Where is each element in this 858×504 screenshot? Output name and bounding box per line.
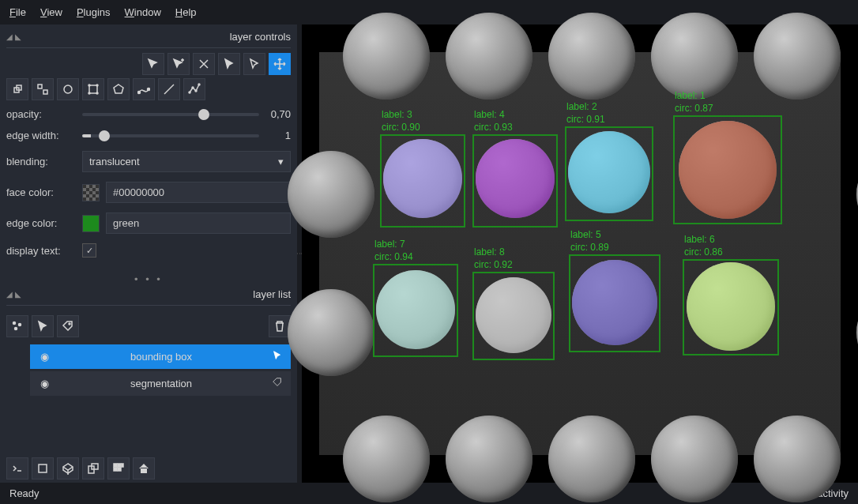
bbox-label: label: 6circ: 0.86 (684, 234, 723, 258)
layer-name: bounding box (58, 351, 264, 363)
background-coin (343, 13, 430, 100)
blending-label: blending: (6, 156, 76, 167)
layer-item-segmentation[interactable]: ◉ segmentation (30, 371, 291, 396)
pan-zoom-tool[interactable] (269, 53, 291, 75)
edge-width-value: 1 (265, 130, 291, 141)
bbox-label: label: 7circ: 0.94 (374, 239, 413, 263)
svg-rect-25 (122, 464, 123, 467)
bounding-box[interactable]: label: 5circ: 0.89 (569, 254, 660, 352)
edge-color-swatch[interactable] (82, 215, 100, 232)
svg-point-14 (195, 90, 197, 92)
svg-point-16 (13, 322, 16, 325)
add-path-tool[interactable] (133, 78, 155, 100)
dock-handle-icon[interactable]: ◢ ◣ (6, 290, 21, 299)
menubar: File View Plugins Window Help (0, 0, 858, 24)
background-coin (288, 151, 374, 238)
bounding-box[interactable]: label: 8circ: 0.92 (472, 272, 555, 360)
layer-item-bounding-box[interactable]: ◉ bounding box (30, 344, 291, 369)
background-coin (446, 13, 532, 100)
background-coin (548, 13, 635, 100)
add-line-tool[interactable] (158, 78, 180, 100)
display-text-checkbox[interactable]: ✓ (82, 243, 96, 258)
add-ellipse-tool[interactable] (57, 78, 79, 100)
grid-button[interactable] (107, 457, 130, 480)
edge-width-slider[interactable] (82, 134, 259, 137)
canvas-viewer[interactable]: label: 3circ: 0.90label: 4circ: 0.93labe… (302, 24, 858, 483)
add-polyline-tool[interactable] (183, 78, 205, 100)
menu-plugins[interactable]: Plugins (77, 6, 111, 18)
bounding-box[interactable]: label: 1circ: 0.87 (673, 115, 782, 224)
delete-shape-tool[interactable] (193, 53, 215, 75)
new-points-layer-button[interactable] (6, 315, 28, 337)
layer-list-title: layer list (253, 288, 291, 300)
shape-mode-toolbar (6, 53, 291, 75)
shapes-layer-icon (272, 350, 283, 363)
background-coin (754, 13, 841, 100)
image-canvas: label: 3circ: 0.90label: 4circ: 0.93labe… (319, 52, 841, 455)
console-button[interactable] (6, 457, 28, 480)
display-text-label: display text: (6, 245, 76, 257)
direct-select-tool[interactable] (243, 53, 265, 75)
bounding-box[interactable]: label: 4circ: 0.93 (472, 134, 558, 228)
add-rectangle-tool[interactable] (6, 78, 28, 100)
visibility-toggle-icon[interactable]: ◉ (38, 351, 51, 363)
svg-point-18 (15, 328, 17, 330)
svg-point-19 (69, 323, 70, 325)
edge-color-input[interactable]: green (106, 213, 291, 234)
transpose-button[interactable] (82, 457, 104, 480)
dock-handle-icon[interactable]: ◢ ◣ (6, 32, 21, 41)
more-controls-icon[interactable]: • • • (6, 273, 291, 285)
add-vertex-tool[interactable] (167, 53, 190, 75)
select-tool[interactable] (218, 53, 240, 75)
new-labels-layer-button[interactable] (57, 315, 79, 337)
svg-rect-2 (38, 85, 42, 88)
svg-point-13 (192, 87, 194, 88)
visibility-toggle-icon[interactable]: ◉ (38, 378, 51, 389)
blending-select[interactable]: translucent ▾ (82, 151, 291, 172)
face-color-input[interactable]: #00000000 (106, 182, 291, 203)
ndisplay-button[interactable] (32, 457, 54, 480)
layer-toolbar (6, 315, 291, 337)
menu-file[interactable]: File (9, 6, 26, 18)
opacity-slider[interactable] (82, 113, 259, 116)
bbox-label: label: 2circ: 0.91 (566, 101, 605, 126)
menu-window[interactable]: Window (125, 6, 161, 18)
svg-point-11 (148, 88, 150, 91)
background-coin (288, 289, 374, 376)
bbox-label: label: 8circ: 0.92 (474, 246, 513, 271)
svg-rect-26 (114, 468, 117, 471)
svg-point-6 (88, 85, 90, 86)
svg-point-17 (19, 324, 21, 326)
svg-point-9 (96, 92, 98, 94)
bounding-box[interactable]: label: 6circ: 0.86 (683, 259, 779, 355)
new-shapes-layer-button[interactable] (32, 315, 54, 337)
roll-dims-button[interactable] (57, 457, 79, 480)
opacity-value: 0,70 (265, 108, 291, 120)
background-coin (754, 416, 841, 502)
menu-view[interactable]: View (40, 6, 62, 18)
edge-color-label: edge color: (6, 217, 76, 229)
add-polygon-rect-tool[interactable] (82, 78, 104, 100)
menu-help[interactable]: Help (175, 6, 197, 18)
bounding-box[interactable]: label: 7circ: 0.94 (373, 264, 458, 357)
svg-rect-23 (114, 464, 117, 467)
layer-name: segmentation (58, 378, 264, 389)
layer-controls-header: ◢ ◣ layer controls (6, 29, 291, 48)
svg-rect-27 (118, 468, 121, 471)
bounding-box[interactable]: label: 3circ: 0.90 (380, 134, 465, 228)
svg-point-12 (189, 92, 190, 93)
background-coin (548, 416, 635, 502)
svg-point-4 (64, 85, 72, 93)
face-color-label: face color: (6, 186, 76, 198)
home-button[interactable] (133, 457, 155, 480)
svg-point-8 (88, 92, 90, 94)
add-polygon-tool[interactable] (107, 78, 130, 100)
svg-point-15 (198, 84, 200, 85)
face-color-swatch[interactable] (82, 184, 100, 201)
bbox-label: label: 5circ: 0.89 (570, 229, 609, 254)
bbox-label: label: 1circ: 0.87 (675, 90, 713, 115)
select-vertices-tool[interactable] (142, 53, 164, 75)
background-coin (446, 416, 532, 502)
bounding-box[interactable]: label: 2circ: 0.91 (565, 126, 653, 221)
add-rectangles-tool[interactable] (32, 78, 54, 100)
